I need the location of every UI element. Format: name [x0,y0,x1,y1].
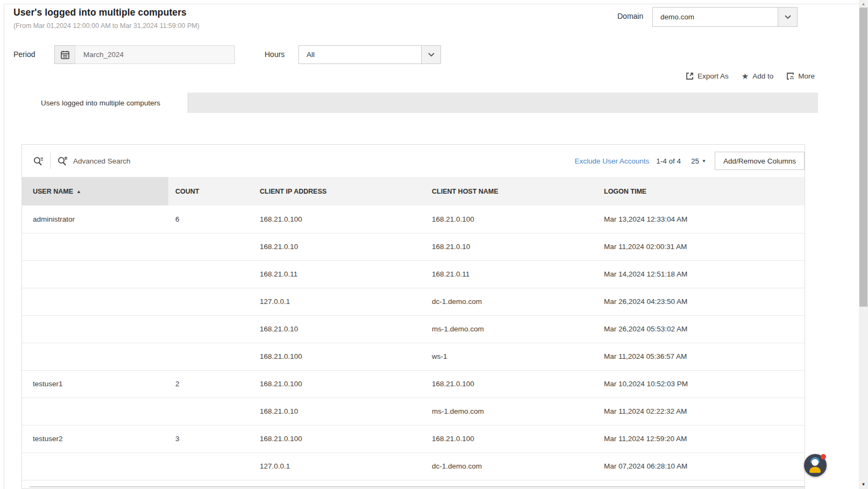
scrollbar-thumb[interactable] [859,8,867,307]
column-header-client-ip-address[interactable]: CLIENT IP ADDRESS [253,177,425,205]
result-range: 1-4 of 4 [656,157,681,165]
tab-users-logged-into-multiple-computers[interactable]: Users logged into multiple computers [13,93,188,113]
cell-user-name [22,452,168,480]
notification-dot [821,454,826,459]
more-button[interactable]: More [786,72,815,80]
support-chat-button[interactable] [804,454,827,477]
period-label: Period [13,50,35,59]
cell-client-host-name: 168.21.0.100 [425,205,597,233]
page-size-dropdown[interactable]: 25 ▼ [691,157,706,165]
hours-label: Hours [265,50,284,59]
export-icon [686,72,694,80]
cell-client-ip-address: 168.21.0.100 [253,425,425,452]
cell-logon-time: Mar 26,2024 05:53:02 AM [597,315,805,343]
page-title: User's logged into multiple computers [13,7,187,18]
support-agent-icon [812,459,819,466]
add-remove-columns-button[interactable]: Add/Remove Columns [715,152,805,170]
chevron-down-icon [421,46,440,63]
table-header-row: USER NAME▲ COUNT CLIENT IP ADDRESS CLIEN… [22,177,805,205]
cell-client-ip-address: 168.21.0.10 [253,398,425,425]
scroll-down-arrow-icon[interactable]: ▼ [859,480,868,488]
cell-count [168,343,253,370]
cell-user-name [22,398,168,425]
page-top-border [4,4,859,4]
column-header-label: USER NAME [33,188,73,195]
add-to-button[interactable]: ★ Add to [742,72,773,80]
table-row: 168.21.0.10ms-1.demo.comMar 11,2024 02:2… [22,398,805,425]
cell-client-ip-address: 168.21.0.11 [253,260,425,288]
cell-user-name: administrator [22,205,168,233]
cell-user-name [22,315,168,343]
cell-client-host-name: 168.21.0.100 [425,370,597,398]
table-row: testuser12168.21.0.100168.21.0.100Mar 10… [22,370,805,398]
hours-select[interactable]: All [298,45,441,64]
cell-client-ip-address: 168.21.0.100 [253,370,425,398]
grid-toolbar: Advanced Search Exclude User Accounts 1-… [22,145,805,177]
cell-logon-time: Mar 26,2024 04:23:50 AM [597,288,805,315]
period-input[interactable]: March_2024 [75,45,235,64]
table-body: administrator6168.21.0.100168.21.0.100Ma… [22,205,805,480]
cell-count [168,452,253,480]
tab-bar: Users logged into multiple computers [13,93,818,113]
support-agent-body [809,467,821,473]
cell-count [168,288,253,315]
sort-ascending-icon: ▲ [76,189,81,194]
hours-selected-value: All [299,51,421,59]
cell-count [168,260,253,288]
add-to-label: Add to [752,72,773,80]
more-options-icon [786,72,794,80]
table-row: 127.0.0.1dc-1.demo.comMar 07,2024 06:28:… [22,452,805,480]
cell-client-ip-address: 168.21.0.100 [253,205,425,233]
cell-client-host-name: ms-1.demo.com [425,398,597,425]
advanced-search-icon[interactable] [55,154,69,168]
exclude-user-accounts-link[interactable]: Exclude User Accounts [574,157,649,165]
page-left-border [4,4,4,489]
cell-user-name [22,233,168,260]
table-row: 168.21.0.100ws-1Mar 11,2024 05:36:57 AM [22,343,805,370]
cell-user-name: testuser1 [22,370,168,398]
cell-client-host-name: ws-1 [425,343,597,370]
cell-user-name: testuser2 [22,425,168,452]
report-date-range: (From Mar 01,2024 12:00:00 AM to Mar 31,… [13,22,200,30]
cell-count [168,233,253,260]
cell-count: 2 [168,370,253,398]
vertical-scrollbar: ▲ ▼ [859,0,868,489]
column-header-logon-time[interactable]: LOGON TIME [597,177,805,205]
cell-logon-time: Mar 13,2024 12:33:04 AM [597,205,805,233]
advanced-search-label[interactable]: Advanced Search [73,157,131,165]
cell-logon-time: Mar 14,2024 12:51:18 AM [597,260,805,288]
cell-client-ip-address: 168.21.0.10 [253,233,425,260]
cell-logon-time: Mar 11,2024 02:22:32 AM [597,398,805,425]
column-header-count[interactable]: COUNT [168,177,253,205]
table-row: administrator6168.21.0.100168.21.0.100Ma… [22,205,805,233]
calendar-icon [61,51,69,59]
cell-client-host-name: 168.21.0.11 [425,260,597,288]
star-icon: ★ [742,72,749,80]
column-header-client-host-name[interactable]: CLIENT HOST NAME [425,177,597,205]
table-row: 168.21.0.10ms-1.demo.comMar 26,2024 05:5… [22,315,805,343]
page-bottom-divider [30,486,805,487]
calendar-picker-button[interactable] [54,45,75,64]
domain-label: Domain [617,12,643,20]
cell-count: 3 [168,425,253,452]
cell-user-name [22,343,168,370]
column-search-icon[interactable] [31,154,45,168]
cell-client-host-name: 168.21.0.100 [425,425,597,452]
cell-client-ip-address: 168.21.0.100 [253,343,425,370]
toolbar-right-cluster: Exclude User Accounts 1-4 of 4 25 ▼ Add/… [574,152,805,170]
column-header-user-name[interactable]: USER NAME▲ [22,177,168,205]
chevron-down-icon [778,8,797,26]
page-size-value: 25 [691,157,699,165]
more-label: More [798,72,815,80]
cell-logon-time: Mar 11,2024 05:36:57 AM [597,343,805,370]
export-as-button[interactable]: Export As [686,72,729,80]
export-as-label: Export As [698,72,729,80]
table-row: testuser23168.21.0.100168.21.0.100Mar 11… [22,425,805,452]
cell-count [168,315,253,343]
table-row: 127.0.0.1dc-1.demo.comMar 26,2024 04:23:… [22,288,805,315]
report-page: User's logged into multiple computers (F… [0,0,868,489]
scroll-up-arrow-icon[interactable]: ▲ [859,0,868,8]
domain-select[interactable]: demo.com [652,7,798,27]
cell-client-ip-address: 168.21.0.10 [253,315,425,343]
cell-client-host-name: dc-1.demo.com [425,288,597,315]
